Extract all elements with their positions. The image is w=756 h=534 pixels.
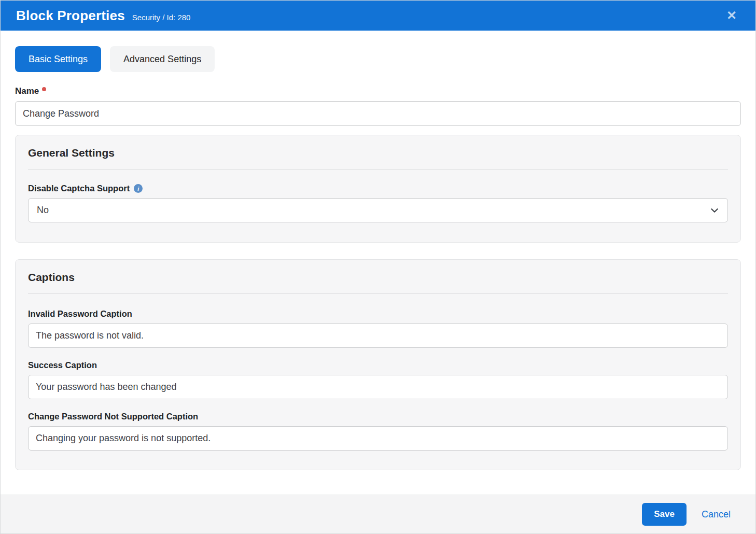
dialog-header: Block Properties Security / Id: 280 ✕	[1, 1, 755, 31]
close-icon[interactable]: ✕	[726, 9, 737, 22]
block-properties-dialog: Block Properties Security / Id: 280 ✕ Ba…	[0, 0, 756, 534]
dialog-title: Block Properties	[16, 1, 125, 31]
tab-advanced-settings[interactable]: Advanced Settings	[110, 46, 215, 72]
required-indicator-icon	[42, 87, 46, 91]
captions-card: Captions Invalid Password Caption Succes…	[15, 259, 741, 470]
tab-basic-settings[interactable]: Basic Settings	[15, 46, 101, 72]
general-settings-title: General Settings	[28, 135, 728, 170]
info-icon[interactable]: i	[134, 184, 143, 193]
dialog-body: Basic Settings Advanced Settings Name Ge…	[1, 31, 755, 495]
change-password-not-supported-caption-label: Change Password Not Supported Caption	[28, 412, 728, 421]
invalid-password-caption-label: Invalid Password Caption	[28, 309, 728, 319]
captions-title: Captions	[28, 260, 728, 294]
name-label: Name	[15, 86, 741, 96]
captions-body: Invalid Password Caption Success Caption…	[28, 294, 728, 470]
name-label-text: Name	[15, 86, 39, 96]
settings-tabs: Basic Settings Advanced Settings	[15, 46, 741, 72]
chevron-down-icon	[710, 206, 719, 215]
change-password-not-supported-caption-input[interactable]	[28, 426, 728, 451]
name-input[interactable]	[15, 101, 741, 126]
success-caption-label: Success Caption	[28, 360, 728, 370]
invalid-password-caption-input[interactable]	[28, 324, 728, 348]
general-settings-body: Disable Captcha Support i No	[28, 170, 728, 242]
dialog-footer: Save Cancel	[1, 495, 755, 533]
dialog-subtitle: Security / Id: 280	[132, 13, 191, 22]
disable-captcha-select[interactable]: No	[28, 198, 728, 222]
general-settings-card: General Settings Disable Captcha Support…	[15, 135, 741, 243]
cancel-link[interactable]: Cancel	[702, 509, 731, 520]
disable-captcha-selected-value: No	[37, 205, 49, 216]
save-button[interactable]: Save	[642, 503, 687, 526]
disable-captcha-label-text: Disable Captcha Support	[28, 184, 130, 193]
success-caption-input[interactable]	[28, 375, 728, 399]
disable-captcha-label: Disable Captcha Support i	[28, 184, 728, 193]
